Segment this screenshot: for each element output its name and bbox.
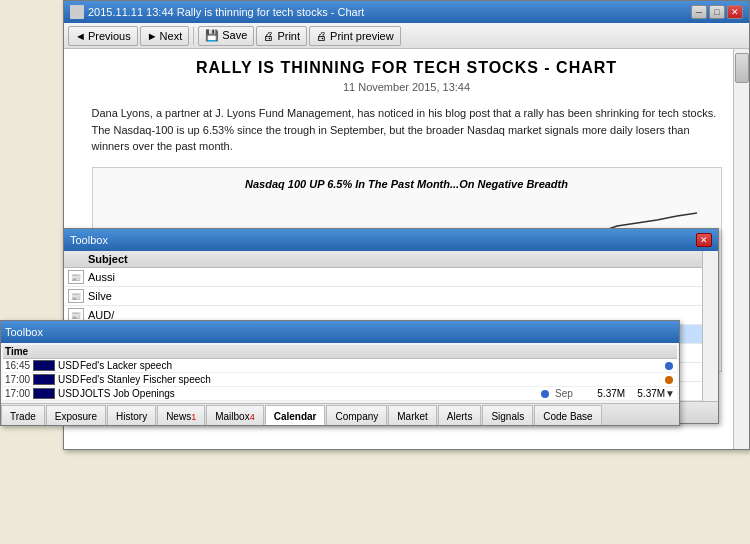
sep-header [535, 346, 575, 357]
chart-subtitle: Nasdaq 100 UP 6.5% In The Past Month...O… [103, 178, 711, 190]
event-actual: 5.37M [625, 388, 665, 399]
event-name: JOLTS Job Openings [80, 388, 539, 399]
impact-dot [541, 390, 549, 398]
impact-dot [665, 362, 673, 370]
article-date: 11 November 2015, 13:44 [92, 81, 722, 93]
tab-company-bottom[interactable]: Company [326, 405, 387, 425]
left-toolbox-title: Toolbox [5, 326, 43, 338]
event-name: Fed's Lacker speech [80, 360, 663, 371]
actual-header [625, 346, 675, 357]
event-period: Sep [555, 388, 585, 399]
row-subject: Aussi [88, 271, 714, 283]
event-time: 16:45 [5, 360, 33, 371]
maximize-button[interactable]: □ [709, 5, 725, 19]
impact-header [527, 346, 535, 357]
print-preview-button[interactable]: 🖨 Print preview [309, 26, 401, 46]
toolbox-column-header: Subject [64, 251, 718, 268]
tab-alerts-bottom[interactable]: Alerts [438, 405, 482, 425]
event-currency: USD [58, 374, 80, 385]
close-button[interactable]: ✕ [727, 5, 743, 19]
calendar-row: 17:00 USD Fed's Stanley Fischer speech [3, 373, 677, 387]
usd-flag [33, 360, 55, 371]
subject-column-header: Subject [88, 253, 128, 265]
print-button[interactable]: 🖨 Print [256, 26, 307, 46]
calendar-column-header: Time [3, 345, 677, 359]
toolbox-scrollbar[interactable] [702, 251, 718, 401]
tab-trade-bottom[interactable]: Trade [1, 405, 45, 425]
next-icon: ► [147, 30, 158, 42]
event-header [63, 346, 527, 357]
event-prev: 5.37M [585, 388, 625, 399]
tab-calendar-bottom[interactable]: Calendar [265, 405, 326, 425]
prev-button[interactable]: ◄ ◄ Previous Previous [68, 26, 138, 46]
chart-titlebar: 2015.11.11 13:44 Rally is thinning for t… [64, 1, 749, 23]
next-button[interactable]: ► Next [140, 26, 190, 46]
calendar-row: 16:45 USD Fed's Lacker speech [3, 359, 677, 373]
event-currency: USD [58, 388, 80, 399]
toolbox-title: Toolbox [70, 234, 108, 246]
news-icon: 📰 [68, 270, 84, 284]
calendar-row: 17:00 USD JOLTS Job Openings Sep 5.37M 5… [3, 387, 677, 401]
toolbox-close-button[interactable]: ✕ [696, 233, 712, 247]
event-name: Fed's Stanley Fischer speech [80, 374, 663, 385]
mailbox-badge-bottom: 4 [250, 412, 255, 422]
usd-flag [33, 374, 55, 385]
tab-news-bottom[interactable]: News1 [157, 405, 205, 425]
article-title: RALLY IS THINNING FOR TECH STOCKS - CHAR… [92, 59, 722, 77]
currency-header [33, 346, 63, 357]
event-currency: USD [58, 360, 80, 371]
left-toolbox: Toolbox Time 16:45 USD Fed's Lacker spee… [0, 320, 680, 426]
tab-signals-bottom[interactable]: Signals [482, 405, 533, 425]
prev-header [575, 346, 625, 357]
prev-icon: ◄ [75, 30, 86, 42]
toolbar-separator-1 [193, 27, 194, 45]
minimize-button[interactable]: ─ [691, 5, 707, 19]
titlebar-buttons: ─ □ ✕ [691, 5, 743, 19]
scrollbar-thumb[interactable] [735, 53, 749, 83]
event-time: 17:00 [5, 374, 33, 385]
tab-mailbox-bottom[interactable]: Mailbox4 [206, 405, 263, 425]
article-body: Dana Lyons, a partner at J. Lyons Fund M… [92, 105, 722, 155]
chart-title: 2015.11.11 13:44 Rally is thinning for t… [88, 6, 687, 18]
save-button[interactable]: 💾 Save [198, 26, 254, 46]
bottom-panel-tab-bar: Trade Exposure History News1 Mailbox4 Ca… [1, 403, 679, 425]
tab-history-bottom[interactable]: History [107, 405, 156, 425]
tab-exposure-bottom[interactable]: Exposure [46, 405, 106, 425]
tab-market-bottom[interactable]: Market [388, 405, 437, 425]
news-badge-bottom: 1 [191, 412, 196, 422]
list-item[interactable]: 📰 Aussi [64, 268, 718, 287]
impact-dot [665, 376, 673, 384]
tab-codebase-bottom[interactable]: Code Base [534, 405, 601, 425]
time-header: Time [5, 346, 33, 357]
list-item[interactable]: 📰 Silve [64, 287, 718, 306]
row-subject: Silve [88, 290, 714, 302]
window-icon [70, 5, 84, 19]
left-toolbox-header: Toolbox [1, 321, 679, 343]
calendar-content: Time 16:45 USD Fed's Lacker speech 17:00… [1, 343, 679, 403]
event-arrow: ▼ [665, 388, 675, 399]
toolbox-header: Toolbox ✕ [64, 229, 718, 251]
event-time: 17:00 [5, 388, 33, 399]
chart-toolbar: ◄ ◄ Previous Previous ► Next 💾 Save 🖨 Pr… [64, 23, 749, 49]
usd-flag [33, 388, 55, 399]
news-icon: 📰 [68, 289, 84, 303]
chart-scrollbar[interactable] [733, 49, 749, 449]
